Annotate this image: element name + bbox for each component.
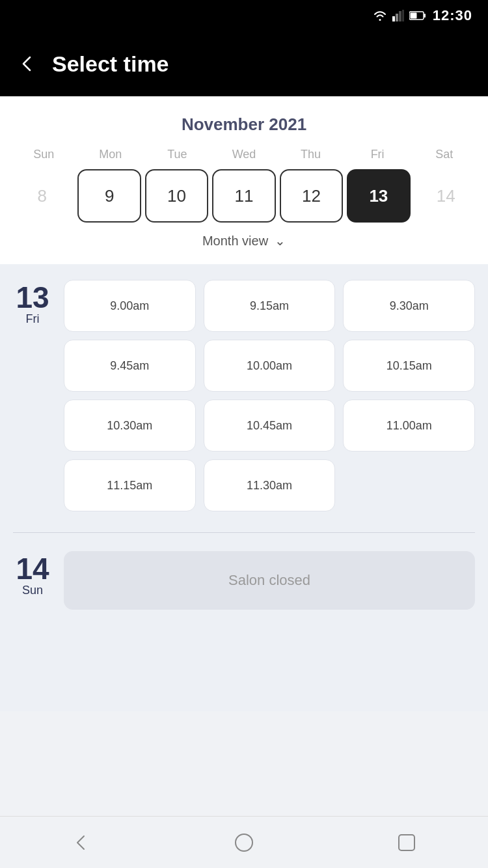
svg-rect-5 bbox=[424, 14, 426, 18]
wifi-icon bbox=[373, 10, 387, 21]
weekday-sun: Sun bbox=[10, 148, 77, 161]
nav-home-button[interactable] bbox=[224, 823, 264, 862]
signal-icon bbox=[392, 10, 404, 21]
closed-container: Salon closed bbox=[64, 551, 475, 610]
slots-container: 13 Fri 9.00am 9.15am 9.30am 9.45am 10.00… bbox=[0, 264, 488, 711]
slot-1015am[interactable]: 10.15am bbox=[343, 340, 475, 392]
date-9[interactable]: 9 bbox=[77, 169, 141, 223]
divider bbox=[13, 532, 475, 533]
day-section-14: 14 Sun Salon closed bbox=[13, 551, 475, 610]
status-time: 12:30 bbox=[433, 7, 472, 24]
weekdays-row: Sun Mon Tue Wed Thu Fri Sat bbox=[10, 148, 478, 161]
day-label-13: 13 Fri bbox=[13, 280, 52, 511]
svg-rect-0 bbox=[392, 16, 395, 21]
day-name-13: Fri bbox=[26, 312, 40, 326]
weekday-thu: Thu bbox=[277, 148, 344, 161]
svg-rect-3 bbox=[402, 10, 404, 21]
weekday-tue: Tue bbox=[144, 148, 211, 161]
slots-grid-13: 9.00am 9.15am 9.30am 9.45am 10.00am 10.1… bbox=[64, 280, 475, 511]
month-view-label: Month view bbox=[202, 234, 268, 249]
svg-rect-1 bbox=[396, 14, 398, 21]
nav-bar bbox=[0, 816, 488, 868]
slot-1115am[interactable]: 11.15am bbox=[64, 459, 196, 511]
weekday-sat: Sat bbox=[411, 148, 478, 161]
date-14: 14 bbox=[414, 169, 478, 223]
page-title: Select time bbox=[52, 51, 169, 77]
weekday-mon: Mon bbox=[77, 148, 144, 161]
status-icons bbox=[373, 10, 426, 21]
app-header: Select time bbox=[0, 31, 488, 96]
month-year-label: November 2021 bbox=[10, 115, 478, 135]
status-bar: 12:30 bbox=[0, 0, 488, 31]
slot-1100am[interactable]: 11.00am bbox=[343, 400, 475, 452]
calendar-section: November 2021 Sun Mon Tue Wed Thu Fri Sa… bbox=[0, 96, 488, 264]
slot-915am[interactable]: 9.15am bbox=[204, 280, 336, 332]
date-13[interactable]: 13 bbox=[347, 169, 410, 223]
svg-rect-6 bbox=[410, 13, 416, 19]
svg-rect-8 bbox=[399, 835, 414, 850]
day-number-14: 14 bbox=[16, 554, 49, 584]
weekday-wed: Wed bbox=[211, 148, 278, 161]
nav-back-button[interactable] bbox=[62, 823, 101, 862]
slot-1000am[interactable]: 10.00am bbox=[204, 340, 336, 392]
slot-1130am[interactable]: 11.30am bbox=[204, 459, 336, 511]
slot-1045am[interactable]: 10.45am bbox=[204, 400, 336, 452]
date-8: 8 bbox=[10, 169, 74, 223]
chevron-down-icon: ⌄ bbox=[275, 233, 286, 249]
slot-1030am[interactable]: 10.30am bbox=[64, 400, 196, 452]
date-12[interactable]: 12 bbox=[280, 169, 343, 223]
day-name-14: Sun bbox=[22, 584, 43, 597]
svg-rect-2 bbox=[399, 11, 401, 21]
day-label-14: 14 Sun bbox=[13, 551, 52, 610]
day-section-13: 13 Fri 9.00am 9.15am 9.30am 9.45am 10.00… bbox=[13, 280, 475, 511]
date-10[interactable]: 10 bbox=[145, 169, 208, 223]
date-11[interactable]: 11 bbox=[212, 169, 275, 223]
month-view-toggle[interactable]: Month view ⌄ bbox=[10, 223, 478, 254]
weekday-fri: Fri bbox=[344, 148, 411, 161]
svg-point-7 bbox=[236, 834, 252, 851]
nav-recent-button[interactable] bbox=[387, 823, 426, 862]
day-number-13: 13 bbox=[16, 282, 49, 312]
battery-icon bbox=[409, 11, 426, 20]
slot-945am[interactable]: 9.45am bbox=[64, 340, 196, 392]
back-button[interactable] bbox=[18, 55, 36, 73]
salon-closed-label: Salon closed bbox=[64, 551, 475, 610]
slot-900am[interactable]: 9.00am bbox=[64, 280, 196, 332]
slot-930am[interactable]: 9.30am bbox=[343, 280, 475, 332]
dates-row: 8 9 10 11 12 13 14 bbox=[10, 169, 478, 223]
